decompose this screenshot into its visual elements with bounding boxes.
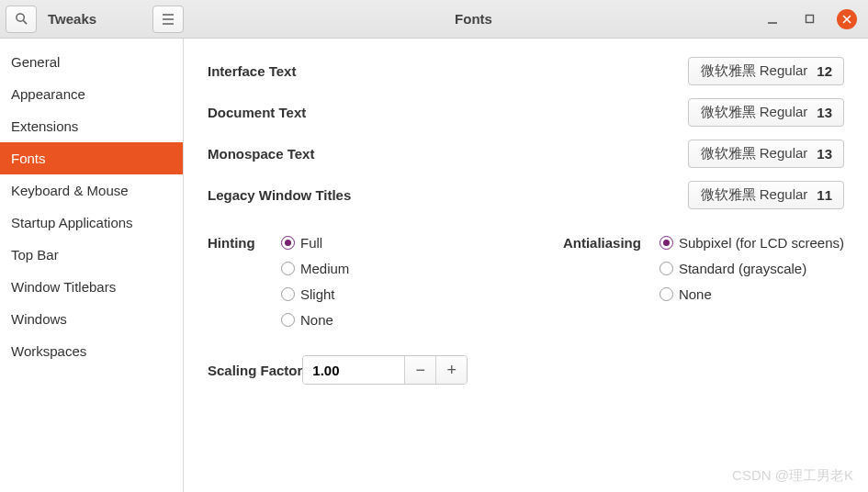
sidebar: GeneralAppearanceExtensionsFontsKeyboard… [0,0,184,492]
font-picker-button[interactable]: 微软雅黑 Regular13 [688,98,844,127]
sidebar-item-appearance[interactable]: Appearance [0,78,183,110]
svg-line-1 [23,20,27,24]
font-row: Document Text微软雅黑 Regular13 [208,98,844,127]
font-row-label: Interface Text [208,63,538,79]
radio-label: None [679,286,712,302]
font-family: 微软雅黑 Regular [701,104,808,121]
radio-option[interactable]: Full [281,235,349,251]
main-panel: Interface Text微软雅黑 Regular12Document Tex… [184,0,868,492]
svg-point-0 [16,14,23,21]
hamburger-icon [162,14,175,25]
radio-label: Slight [300,286,335,302]
sidebar-item-windows[interactable]: Windows [0,303,183,335]
font-row-label: Monospace Text [208,146,538,162]
sidebar-item-general[interactable]: General [0,46,183,78]
antialiasing-group: Antialiasing Subpixel (for LCD screens)S… [557,235,844,328]
font-picker-button[interactable]: 微软雅黑 Regular12 [688,57,844,85]
radio-option[interactable]: Standard (grayscale) [659,261,844,276]
hinting-group: Hinting FullMediumSlightNone [208,235,349,328]
sidebar-item-fonts[interactable]: Fonts [0,142,183,174]
search-button[interactable] [6,6,37,33]
font-size: 13 [817,146,832,162]
antialiasing-label: Antialiasing [557,235,648,328]
font-picker-button[interactable]: 微软雅黑 Regular13 [688,140,844,168]
font-family: 微软雅黑 Regular [701,186,808,204]
radio-label: None [300,312,333,328]
font-family: 微软雅黑 Regular [701,145,808,162]
sidebar-item-window-titlebars[interactable]: Window Titlebars [0,271,183,303]
font-family: 微软雅黑 Regular [701,62,808,80]
watermark: CSDN @理工男老K [732,467,853,485]
font-size: 13 [817,105,832,120]
font-size: 11 [817,187,832,203]
radio-icon [281,236,295,250]
font-row-label: Legacy Window Titles [208,187,538,203]
sidebar-item-startup-applications[interactable]: Startup Applications [0,207,183,239]
radio-option[interactable]: None [659,286,844,302]
scaling-label: Scaling Factor [208,363,302,378]
sidebar-item-top-bar[interactable]: Top Bar [0,239,183,271]
font-size: 12 [817,63,832,79]
radio-label: Full [300,235,322,251]
sidebar-item-workspaces[interactable]: Workspaces [0,335,183,367]
hinting-label: Hinting [208,235,270,328]
font-row: Interface Text微软雅黑 Regular12 [208,57,844,85]
font-row: Monospace Text微软雅黑 Regular13 [208,140,844,168]
app-name: Tweaks [48,11,96,27]
radio-label: Medium [300,261,349,276]
scaling-increment[interactable]: + [435,356,467,384]
scaling-decrement[interactable]: − [404,356,435,384]
radio-icon [659,262,673,275]
scaling-input[interactable] [303,356,404,384]
radio-option[interactable]: None [281,312,349,328]
sidebar-item-keyboard-mouse[interactable]: Keyboard & Mouse [0,174,183,207]
radio-option[interactable]: Slight [281,286,349,302]
font-picker-button[interactable]: 微软雅黑 Regular11 [688,181,844,209]
sidebar-item-extensions[interactable]: Extensions [0,110,183,142]
menu-button[interactable] [152,6,184,33]
radio-option[interactable]: Subpixel (for LCD screens) [659,235,844,251]
radio-icon [281,287,295,301]
radio-label: Subpixel (for LCD screens) [679,235,844,251]
radio-label: Standard (grayscale) [679,261,806,276]
radio-icon [659,287,673,301]
radio-icon [281,262,295,275]
search-icon [15,12,28,26]
font-row: Legacy Window Titles微软雅黑 Regular11 [208,181,844,209]
scaling-spinbutton: − + [302,355,468,385]
radio-option[interactable]: Medium [281,261,349,276]
font-row-label: Document Text [208,105,538,120]
radio-icon [659,236,673,250]
radio-icon [281,313,295,327]
